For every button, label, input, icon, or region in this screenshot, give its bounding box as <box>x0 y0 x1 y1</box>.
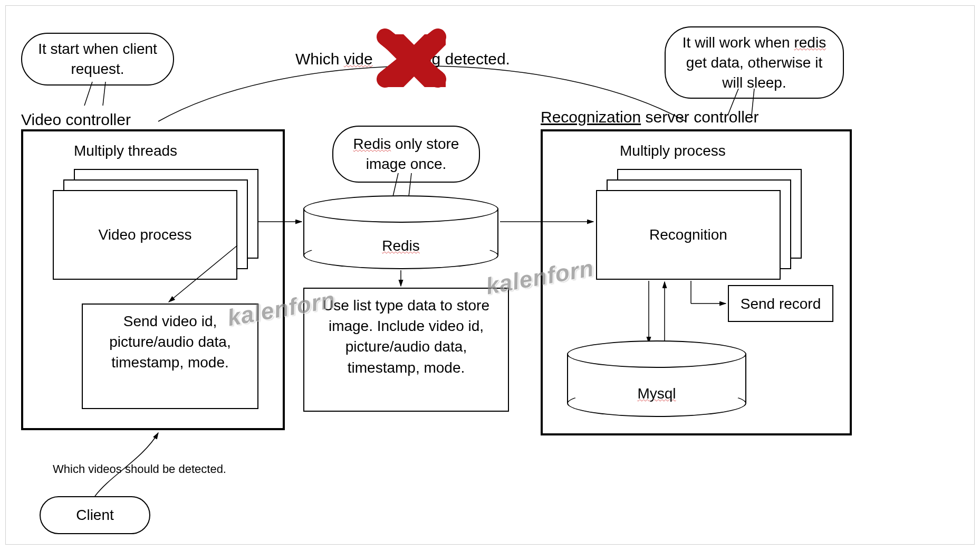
video-process-box: Video process <box>53 190 237 280</box>
redis-speech: Redis only store image once. <box>332 126 480 183</box>
client-oval: Client <box>40 496 150 534</box>
send-record-box: Send record <box>728 285 833 322</box>
redis-cylinder: Redis <box>303 195 498 269</box>
multiply-threads-label: Multiply threads <box>74 143 177 159</box>
speech-left: It start when client request. <box>21 33 174 86</box>
speech-right: It will work when redis get data, otherw… <box>665 26 844 99</box>
mysql-cylinder: Mysql <box>567 340 746 417</box>
multiply-process-label: Multiply process <box>620 143 726 159</box>
client-note: Which videos should be detected. <box>53 462 226 477</box>
video-controller-title: Video controller <box>21 111 131 129</box>
red-x-icon <box>374 26 448 90</box>
recog-controller-title: Recognization server controller <box>541 108 759 126</box>
recognition-box: Recognition <box>596 190 781 280</box>
